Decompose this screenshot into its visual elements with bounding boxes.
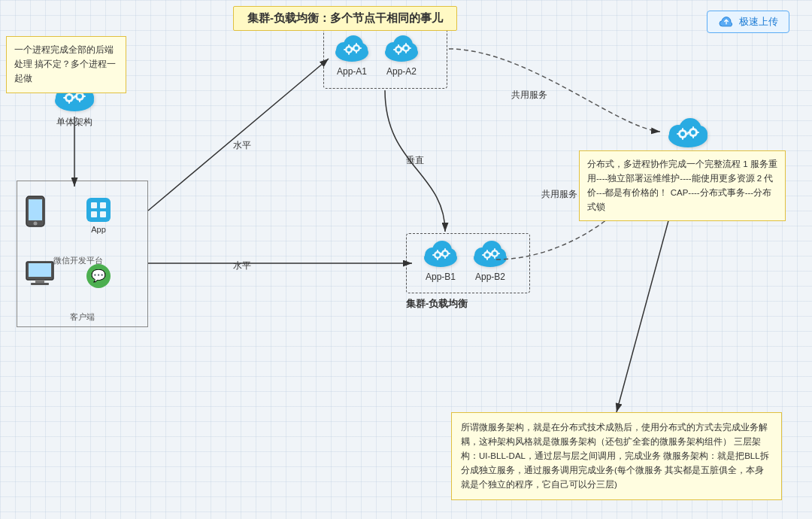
svg-text:💬: 💬: [91, 269, 106, 283]
svg-rect-102: [31, 283, 49, 285]
note-topleft: 一个进程完成全部的后端处理 搞不定？多个进程一起做: [6, 36, 126, 93]
svg-rect-92: [692, 126, 694, 129]
app-a2-label: App-A2: [386, 66, 417, 77]
info-box-distributed: 分布式，多进程协作完成一个完整流程 1 服务重用----独立部署运维维护----…: [579, 150, 786, 221]
monitor-icon: [25, 260, 55, 286]
client-box: 微信开发平台 App 💬 客户端: [17, 181, 148, 327]
arrow-label-horizontal-top: 水平: [233, 139, 251, 152]
svg-rect-28: [356, 43, 357, 45]
svg-rect-45: [405, 51, 407, 53]
svg-point-69: [486, 253, 489, 257]
svg-rect-106: [91, 211, 97, 217]
svg-point-71: [493, 252, 497, 256]
client-box-label: 客户端: [70, 311, 95, 323]
svg-rect-72: [486, 250, 488, 252]
svg-rect-95: [696, 132, 699, 133]
svg-rect-29: [356, 51, 357, 53]
svg-point-23: [355, 47, 359, 50]
arrow-label-horizontal-bottom: 水平: [233, 260, 251, 272]
arrow-label-vertical: 垂直: [406, 154, 424, 167]
arrow-label-shared-service-top: 共用服务: [511, 89, 547, 102]
svg-rect-47: [409, 47, 411, 49]
svg-point-85: [680, 132, 685, 136]
app-a2-cloud-icon: [382, 32, 421, 65]
wechat-icon: 💬: [85, 263, 112, 290]
svg-rect-63: [448, 253, 450, 254]
svg-rect-104: [91, 202, 97, 208]
app-b2-label: App-B2: [475, 272, 505, 282]
svg-rect-44: [405, 43, 407, 45]
svg-rect-62: [440, 253, 442, 254]
svg-rect-103: [86, 198, 111, 222]
svg-rect-9: [68, 101, 70, 104]
app-small-icon: [85, 196, 112, 223]
node-app-b2: App-B2: [471, 237, 510, 282]
svg-rect-77: [494, 256, 495, 259]
svg-rect-11: [72, 97, 75, 99]
svg-rect-89: [682, 137, 683, 140]
app-node-small: App: [85, 196, 112, 234]
svg-rect-40: [398, 44, 399, 47]
svg-rect-101: [35, 280, 44, 283]
svg-rect-79: [498, 253, 500, 254]
svg-rect-107: [100, 211, 106, 217]
svg-rect-74: [482, 254, 484, 256]
svg-rect-94: [687, 132, 690, 133]
arrow-label-shared-service-bottom: 共用服务: [541, 188, 577, 201]
node-app-a2: App-A2: [382, 32, 421, 77]
svg-rect-97: [29, 199, 42, 220]
upload-button[interactable]: 极速上传: [707, 11, 789, 33]
svg-rect-60: [444, 248, 446, 250]
cluster-label: 集群-负载均衡: [406, 297, 468, 311]
svg-rect-76: [494, 248, 495, 250]
svg-rect-57: [437, 258, 438, 260]
svg-rect-13: [79, 99, 80, 102]
node-app-a1: App-A1: [332, 32, 371, 77]
svg-point-21: [347, 48, 351, 52]
info-box-microservice: 所谓微服务架构，就是在分布式技术成熟后，使用分布式的方式去完成业务解耦，这种架构…: [451, 412, 782, 500]
svg-rect-78: [489, 253, 492, 254]
app-b2-cloud-icon: [471, 237, 510, 270]
svg-rect-90: [677, 133, 680, 135]
node-app-b1: App-B1: [421, 237, 460, 282]
svg-rect-24: [348, 44, 350, 47]
app-b1-label: App-B1: [426, 272, 456, 282]
svg-point-87: [691, 130, 695, 135]
svg-rect-15: [83, 96, 86, 97]
svg-rect-42: [393, 49, 395, 50]
svg-rect-58: [432, 254, 435, 256]
app-a1-label: App-A1: [337, 66, 367, 77]
app-a1-cloud-icon: [332, 32, 371, 65]
svg-rect-27: [352, 49, 354, 50]
svg-rect-59: [441, 254, 443, 256]
app-b1-cloud-icon: [421, 237, 460, 270]
svg-point-5: [67, 96, 71, 100]
svg-rect-14: [74, 96, 77, 97]
svg-rect-25: [348, 53, 350, 55]
svg-point-7: [77, 94, 82, 99]
svg-rect-100: [29, 263, 51, 277]
svg-point-55: [444, 252, 447, 256]
svg-rect-93: [692, 135, 694, 138]
svg-rect-26: [344, 49, 346, 50]
upload-button-label: 极速上传: [739, 15, 778, 29]
svg-rect-31: [359, 47, 362, 49]
svg-rect-61: [444, 256, 446, 259]
svg-rect-91: [686, 133, 689, 135]
monolith-label: 单体架构: [56, 116, 92, 129]
svg-rect-73: [486, 258, 488, 260]
app-small-label: App: [91, 225, 106, 234]
svg-rect-41: [398, 53, 399, 55]
svg-point-39: [404, 47, 408, 50]
upload-cloud-icon: [718, 15, 735, 29]
svg-rect-105: [100, 202, 106, 208]
title: 集群-负载均衡：多个节点干相同的事儿: [233, 6, 457, 31]
svg-rect-46: [401, 47, 403, 49]
service-mini-cloud-icon: [665, 111, 711, 150]
svg-rect-43: [401, 49, 404, 50]
phone-icon: [25, 195, 46, 228]
svg-rect-10: [63, 97, 66, 99]
svg-rect-30: [351, 47, 353, 49]
svg-point-53: [436, 253, 440, 257]
svg-point-98: [34, 222, 38, 226]
